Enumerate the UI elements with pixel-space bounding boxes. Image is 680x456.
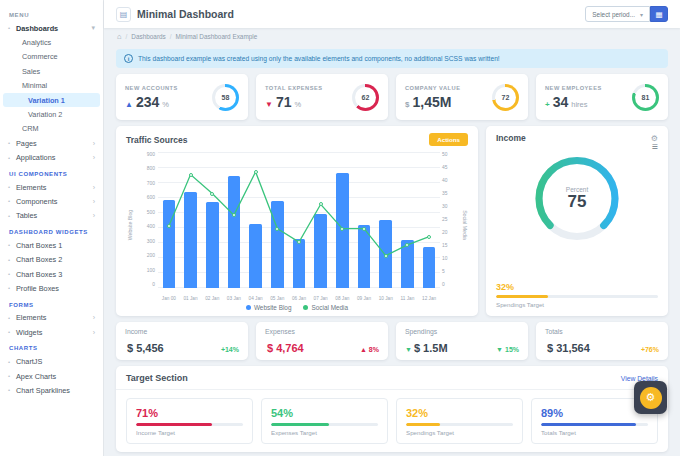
gear-icon[interactable]: ⚙ xyxy=(651,134,658,143)
sidebar-item-commerce[interactable]: Commerce xyxy=(3,50,100,64)
sidebar-section-ui-components: UI COMPONENTS xyxy=(0,165,103,180)
sidebar-item-components[interactable]: •Components› xyxy=(3,194,100,208)
sidebar-item-label: Apex Charts xyxy=(16,372,56,381)
traffic-card-header: Traffic Sources Actions xyxy=(126,133,468,146)
sidebar-item-variation-1[interactable]: Variation 1 xyxy=(3,93,100,107)
progress-ring: 58 xyxy=(212,84,239,111)
dashboard-icon: ▤ xyxy=(116,7,131,22)
bullet-icon: • xyxy=(8,387,16,393)
chart-menu-icon[interactable]: ☰ xyxy=(496,143,658,151)
sidebar-item-chart-sparklines[interactable]: •Chart Sparklines xyxy=(3,383,100,397)
chevron-down-icon: ▾ xyxy=(640,11,643,18)
sidebar-item-elements[interactable]: •Elements› xyxy=(3,180,100,194)
x-label: 09 Jan xyxy=(353,296,375,301)
bullet-icon: • xyxy=(8,285,16,291)
chevron-right-icon: › xyxy=(93,198,95,205)
y-axis-right: 50454035302520151050 xyxy=(442,153,460,288)
bullet-icon: • xyxy=(8,271,16,277)
sidebar-item-crm[interactable]: CRM xyxy=(3,122,100,136)
target-progress-track xyxy=(271,423,378,426)
target-progress-track xyxy=(136,423,243,426)
actions-button[interactable]: Actions xyxy=(429,133,468,146)
sidebar-item-chart-boxes-1[interactable]: •Chart Boxes 1 xyxy=(3,238,100,252)
y-tick-left: 400 xyxy=(135,225,155,230)
sidebar-item-label: Tables xyxy=(16,211,37,220)
target-progress-fill xyxy=(406,423,440,426)
select-period-dropdown[interactable]: Select period... ▾ xyxy=(585,6,650,22)
sidebar-item-chartjs[interactable]: •ChartJS xyxy=(3,354,100,368)
target-percent: 32% xyxy=(406,408,513,419)
sidebar-item-dashboards[interactable]: •Dashboards▾ xyxy=(3,21,100,35)
breadcrumb: ⌂ / Dashboards / Minimal Dashboard Examp… xyxy=(104,28,680,45)
calendar-button[interactable]: ▦ xyxy=(650,6,668,22)
sidebar-item-label: CRM xyxy=(22,124,39,133)
traffic-title: Traffic Sources xyxy=(126,135,187,145)
app-window: MENU•Dashboards▾AnalyticsCommerceSalesMi… xyxy=(0,0,680,456)
charts-row: Traffic Sources Actions Website Blog Soc… xyxy=(116,126,668,316)
mini-delta: ▲ 8% xyxy=(360,346,379,353)
x-label: 07 Jan xyxy=(310,296,332,301)
sidebar-section-charts: CHARTS xyxy=(0,339,103,354)
mini-card-income: Income $ 5,456 +14% xyxy=(116,322,248,360)
legend-item-social-media[interactable]: Social Media xyxy=(303,304,348,311)
bullet-icon: • xyxy=(8,315,16,321)
sidebar-item-profile-boxes[interactable]: •Profile Boxes xyxy=(3,281,100,295)
bullet-icon: • xyxy=(8,359,16,365)
sidebar-item-label: Variation 1 xyxy=(28,96,65,105)
dollar-icon: $ xyxy=(405,101,409,109)
mini-label: Income xyxy=(125,328,239,335)
sidebar-item-apex-charts[interactable]: •Apex Charts xyxy=(3,369,100,383)
sidebar-item-applications[interactable]: •Applications› xyxy=(3,151,100,165)
bullet-icon: • xyxy=(8,373,16,379)
sidebar-item-tables[interactable]: •Tables› xyxy=(3,209,100,223)
mini-value: $ 4,764 xyxy=(265,342,304,354)
mini-stats-row: Income $ 5,456 +14% Expenses xyxy=(116,322,668,360)
target-section-title: Target Section xyxy=(126,373,188,383)
x-label: 01 Jan xyxy=(180,296,202,301)
chart-plot-area xyxy=(158,153,440,288)
x-label: 05 Jan xyxy=(266,296,288,301)
theme-settings-fab[interactable]: ⚙ xyxy=(634,381,667,414)
sidebar-item-pages[interactable]: •Pages› xyxy=(3,136,100,150)
sidebar-item-widgets[interactable]: •Widgets› xyxy=(3,325,100,339)
sidebar-item-label: Applications xyxy=(16,153,55,162)
stat-card-new-employees: NEW EMPLOYEES + 34 hires 81 xyxy=(536,74,668,120)
sidebar-item-chart-boxes-2[interactable]: •Chart Boxes 2 xyxy=(3,252,100,266)
y-tick-right: 15 xyxy=(442,244,460,249)
breadcrumb-dashboards[interactable]: Dashboards xyxy=(131,33,165,40)
mini-amount: $ 5,456 xyxy=(127,342,164,354)
target-progress-fill xyxy=(541,423,636,426)
home-icon[interactable]: ⌂ xyxy=(117,32,122,41)
stat-value: ▲ 234 % xyxy=(125,95,178,109)
target-progress-fill xyxy=(136,423,212,426)
sidebar-item-variation-2[interactable]: Variation 2 xyxy=(3,107,100,121)
legend-label: Social Media xyxy=(311,304,348,311)
breadcrumb-separator: / xyxy=(126,33,128,40)
sidebar-item-chart-boxes-3[interactable]: •Chart Boxes 3 xyxy=(3,267,100,281)
sidebar-item-minimal[interactable]: Minimal xyxy=(3,79,100,93)
caret-up-icon: ▲ xyxy=(125,101,133,109)
stat-number: 234 xyxy=(136,95,159,109)
page-title-wrap: ▤ Minimal Dashboard xyxy=(116,7,234,22)
stat-value: ▼ 71 % xyxy=(265,95,323,109)
legend-item-website-blog[interactable]: Website Blog xyxy=(246,304,292,311)
sidebar-item-sales[interactable]: Sales xyxy=(3,64,100,78)
sidebar-item-elements[interactable]: •Elements› xyxy=(3,311,100,325)
plus-icon: + xyxy=(545,101,550,109)
x-axis-labels: Jan 0001 Jan02 Jan03 Jan04 Jan05 Jan06 J… xyxy=(158,296,440,301)
info-icon: i xyxy=(124,54,133,63)
line-marker xyxy=(362,227,366,231)
legend-dot xyxy=(303,305,308,310)
y-axis-title-right: Social Media xyxy=(462,210,468,240)
target-percent: 54% xyxy=(271,408,378,419)
mini-card-expenses: Expenses $ 4,764 ▲ 8% xyxy=(256,322,388,360)
sidebar-item-label: Pages xyxy=(16,139,37,148)
y-tick-left: 200 xyxy=(135,254,155,259)
sidebar-item-label: CHARTS xyxy=(9,345,38,351)
stat-card-company-value: COMPANY VALUE $ 1,45M 72 xyxy=(396,74,528,120)
x-label: Jan 00 xyxy=(158,296,180,301)
sidebar-item-analytics[interactable]: Analytics xyxy=(3,35,100,49)
caret-down-icon: ▼ xyxy=(265,101,273,109)
line-marker xyxy=(427,235,431,239)
sidebar-item-label: ChartJS xyxy=(16,357,42,366)
